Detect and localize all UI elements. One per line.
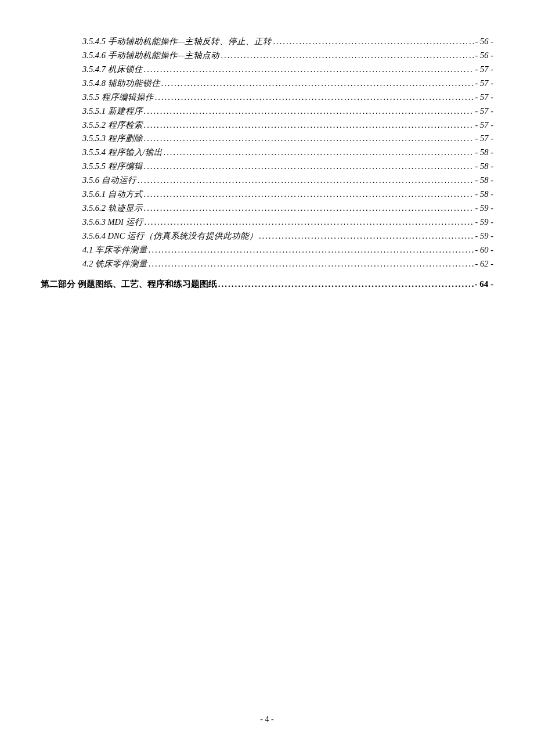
toc-title: 3.5.5.4 程序输入/输出 <box>82 146 163 160</box>
toc-dots <box>145 215 474 229</box>
toc-page: - 58 - <box>475 174 493 188</box>
toc-entry[interactable]: 3.5.4.6 手动辅助机能操作—主轴点动- 56 - <box>41 49 493 63</box>
toc-entry[interactable]: 3.5.6.4 DNC 运行（仿真系统没有提供此功能）- 59 - <box>41 229 493 243</box>
toc-entry[interactable]: 3.5.5.3 程序删除- 57 - <box>41 132 493 146</box>
toc-dots <box>155 91 474 105</box>
toc-title: 3.5.6.4 DNC 运行（仿真系统没有提供此功能） <box>82 229 258 243</box>
toc-container: 3.5.4.5 手动辅助机能操作—主轴反转、停止、正转- 56 -3.5.4.6… <box>0 0 534 291</box>
toc-page: - 59 - <box>475 229 493 243</box>
toc-page: - 57 - <box>475 132 493 146</box>
toc-entry[interactable]: 3.5.6.2 轨迹显示- 59 - <box>41 201 493 215</box>
toc-title: 第二部分 例题图纸、工艺、程序和练习题图纸 <box>41 277 217 291</box>
toc-page: - 58 - <box>475 160 493 174</box>
toc-title: 3.5.6.3 MDI 运行 <box>82 215 143 229</box>
toc-entry[interactable]: 3.5.4.7 机床锁住- 57 - <box>41 63 493 77</box>
toc-dots <box>218 277 474 291</box>
toc-page: - 57 - <box>475 77 493 91</box>
toc-title: 3.5.5.5 程序编辑 <box>82 160 143 174</box>
toc-title: 3.5.4.7 机床锁住 <box>82 63 143 77</box>
toc-dots <box>144 201 474 215</box>
toc-title: 3.5.5.3 程序删除 <box>82 132 143 146</box>
toc-entry[interactable]: 3.5.6.1 自动方式- 58 - <box>41 188 493 201</box>
toc-title: 4.2 铣床零件测量 <box>82 257 147 271</box>
toc-dots <box>273 35 474 49</box>
toc-title: 3.5.6.2 轨迹显示 <box>82 201 143 215</box>
toc-entry[interactable]: 3.5.6 自动运行- 58 - <box>41 174 493 188</box>
toc-page: - 57 - <box>475 118 493 132</box>
toc-dots <box>144 188 474 201</box>
toc-entry[interactable]: 3.5.5 程序编辑操作- 57 - <box>41 91 493 105</box>
toc-dots <box>259 229 474 243</box>
toc-title: 4.1 车床零件测量 <box>82 243 147 257</box>
toc-dots <box>138 174 474 188</box>
toc-entry[interactable]: 3.5.5.2 程序检索- 57 - <box>41 118 493 132</box>
toc-title: 3.5.5.1 新建程序 <box>82 105 143 118</box>
toc-page: - 58 - <box>475 188 493 201</box>
toc-title: 3.5.4.6 手动辅助机能操作—主轴点动 <box>82 49 219 63</box>
toc-title: 3.5.5 程序编辑操作 <box>82 91 154 105</box>
toc-page: - 62 - <box>475 257 493 271</box>
toc-entry[interactable]: 第二部分 例题图纸、工艺、程序和练习题图纸- 64 - <box>41 277 493 291</box>
toc-entry[interactable]: 3.5.4.5 手动辅助机能操作—主轴反转、停止、正转- 56 - <box>41 35 493 49</box>
toc-dots <box>144 118 474 132</box>
toc-title: 3.5.6.1 自动方式 <box>82 188 143 201</box>
toc-entry[interactable]: 3.5.6.3 MDI 运行- 59 - <box>41 215 493 229</box>
toc-entry[interactable]: 3.5.4.8 辅助功能锁住- 57 - <box>41 77 493 91</box>
toc-title: 3.5.5.2 程序检索 <box>82 118 143 132</box>
toc-entry[interactable]: 3.5.5.4 程序输入/输出- 58 - <box>41 146 493 160</box>
toc-dots <box>221 49 474 63</box>
toc-title: 3.5.6 自动运行 <box>82 174 136 188</box>
toc-dots <box>144 132 474 146</box>
toc-page: - 59 - <box>475 215 493 229</box>
toc-entry[interactable]: 3.5.5.5 程序编辑- 58 - <box>41 160 493 174</box>
toc-title: 3.5.4.8 辅助功能锁住 <box>82 77 160 91</box>
toc-page: - 56 - <box>475 49 493 63</box>
toc-page: - 60 - <box>475 243 493 257</box>
toc-page: - 64 - <box>475 277 494 291</box>
toc-entry[interactable]: 4.2 铣床零件测量- 62 - <box>41 257 493 271</box>
page-number: - 4 - <box>0 715 534 724</box>
toc-page: - 57 - <box>475 63 493 77</box>
toc-dots <box>149 257 474 271</box>
toc-entry[interactable]: 4.1 车床零件测量- 60 - <box>41 243 493 257</box>
toc-dots <box>149 243 474 257</box>
toc-page: - 57 - <box>475 105 493 118</box>
toc-dots <box>161 77 474 91</box>
toc-page: - 56 - <box>475 35 493 49</box>
toc-title: 3.5.4.5 手动辅助机能操作—主轴反转、停止、正转 <box>82 35 272 49</box>
toc-dots <box>164 146 474 160</box>
toc-page: - 58 - <box>475 146 493 160</box>
toc-dots <box>144 160 474 174</box>
toc-dots <box>144 63 474 77</box>
toc-page: - 59 - <box>475 201 493 215</box>
toc-dots <box>144 105 474 118</box>
toc-page: - 57 - <box>475 91 493 105</box>
toc-entry[interactable]: 3.5.5.1 新建程序- 57 - <box>41 105 493 118</box>
